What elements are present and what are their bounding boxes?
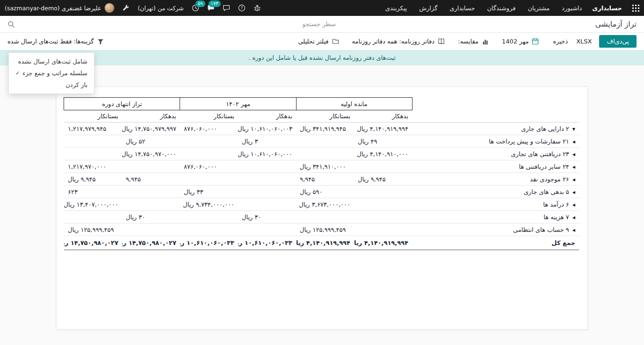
amount-cell: ۶۲۳	[64, 186, 122, 198]
funnel-icon	[97, 38, 104, 45]
amount-cell	[122, 160, 180, 173]
amount-cell: ۳ ریال	[238, 135, 296, 148]
wrench-icon	[123, 5, 130, 12]
amount-cell: ۴,۱۴۰,۹۱۹,۹۹۴ ریال	[296, 236, 354, 250]
svg-text:?: ?	[240, 6, 243, 10]
amount-cell: ۱۴,۷۵۰,۹۸۰,۰۲۷ ریال	[64, 236, 122, 250]
calendar-icon	[532, 38, 539, 45]
debit-header: بدهکار	[238, 110, 296, 122]
account-cell[interactable]: ◀۹ حساب های انتظامی	[412, 223, 579, 236]
amount-cell	[122, 223, 180, 236]
account-row: ◀۹ حساب های انتظامی۱۲۵,۹۹۹,۴۵۹ ریال۱۲۵,۹…	[64, 223, 579, 236]
discuss-button[interactable]	[223, 4, 230, 12]
question-circle-icon: ?	[238, 4, 246, 12]
tools-button[interactable]	[123, 5, 130, 12]
top-menu-item[interactable]: حسابداری	[449, 5, 475, 12]
amount-cell	[354, 223, 412, 236]
amount-cell: ۱۳,۴۰۷,۰۰۰,۰۰۰ ریال	[64, 198, 122, 211]
account-cell[interactable]: ◀۲۴ سایر دریافتنی ها	[412, 160, 579, 173]
amount-cell: ۱۴,۷۵۰,۹۷۰,۰۰۰ ریال	[122, 148, 180, 160]
caret-collapsed-icon: ◀	[572, 140, 575, 144]
amount-cell	[238, 223, 296, 236]
account-name: ۲۶ موجودی نقد	[530, 176, 569, 183]
top-menu: داشبوردمشتریانفروشندگانحسابداریگزارشپیکر…	[385, 5, 582, 12]
account-name: ۲۱ سفارشات و پیش پرداخت ها	[489, 138, 569, 145]
empty-header-cell	[412, 110, 579, 122]
save-button[interactable]: ذخیره	[552, 35, 569, 48]
options-filter-button[interactable]: گزینه‌ها: فقط ثبت‌های ارسال شده	[7, 38, 104, 45]
trial-balance-table: مانده اولیه مهر ۱۴۰۲ تراز انتهای دوره بد…	[64, 97, 579, 250]
amount-cell: ۳۴۱,۹۱۰,۰۰۰ ریال	[296, 160, 354, 173]
amount-cell: ۱۲۵,۹۹۹,۴۵۹ ریال	[64, 223, 122, 236]
amount-cell	[238, 160, 296, 173]
account-cell[interactable]: ◀۶ درآمد ها	[412, 198, 579, 211]
column-group-header-row: مانده اولیه مهر ۱۴۰۲ تراز انتهای دوره	[64, 98, 579, 110]
caret-collapsed-icon: ◀	[572, 228, 575, 232]
search-icon[interactable]	[7, 21, 15, 28]
top-navbar: حسابداری داشبوردمشتریانفروشندگانحسابداری…	[0, 0, 644, 16]
credit-header: بستانکار	[180, 110, 238, 122]
control-panel-top: تراز آزمایشی	[0, 16, 644, 33]
caret-collapsed-icon: ◀	[572, 152, 575, 157]
app-name[interactable]: حسابداری	[592, 5, 622, 12]
top-menu-item[interactable]: داشبورد	[562, 5, 582, 12]
amount-cell: ۳۰ ریال	[122, 211, 180, 223]
account-cell[interactable]: ▼۲ دارایی های جاری	[412, 122, 579, 135]
search-bar	[7, 17, 336, 31]
apps-menu-button[interactable]	[632, 5, 639, 12]
amount-cell: ۵۲ ریال	[122, 135, 180, 148]
credit-header: بستانکار	[296, 110, 354, 122]
account-cell[interactable]: ◀۲۱ سفارشات و پیش پرداخت ها	[412, 135, 579, 148]
pdf-button[interactable]: پی‌دی‌اف	[599, 35, 637, 48]
sub-header-row: بدهکار بستانکار بدهکار بستانکار بدهکار ب…	[64, 110, 579, 122]
top-menu-item[interactable]: گزارش	[419, 5, 437, 12]
dropdown-item[interactable]: سلسله مراتب و جمع جزء✓	[9, 67, 94, 79]
amount-cell	[122, 198, 180, 211]
folder-icon	[332, 38, 339, 45]
company-switcher[interactable]: شرکت من (تهران)	[137, 5, 183, 12]
xlsx-button[interactable]: XLSX	[575, 35, 593, 48]
bug-button[interactable]	[253, 4, 261, 12]
dropdown-item[interactable]: باز کردن	[9, 79, 94, 91]
date-filter-button[interactable]: مهر 1402	[502, 38, 539, 45]
amount-cell	[296, 148, 354, 160]
amount-cell	[238, 186, 296, 198]
date-filter-label: مهر 1402	[502, 38, 528, 45]
account-cell[interactable]: ◀۵ بدهی های جاری	[412, 186, 579, 198]
account-cell[interactable]: ◀۲۳ دریافتنی های تجاری	[412, 148, 579, 160]
account-row: ◀۲۴ سایر دریافتنی ها۳۴۱,۹۱۰,۰۰۰ ریال۸۷۶,…	[64, 160, 579, 173]
amount-cell: ۴,۱۴۰,۹۱۰,۰۰۰ ریال	[354, 148, 412, 160]
amount-cell: ۸۷۶,۰۶۰,۰۰۰	[180, 160, 238, 173]
analytic-filter-button[interactable]: فیلتر تحلیلی	[298, 38, 339, 45]
comparison-filter-button[interactable]: مقایسه:	[458, 38, 489, 45]
amount-cell	[354, 160, 412, 173]
account-cell[interactable]: ◀۲۶ موجودی نقد	[412, 173, 579, 186]
journals-filter-button[interactable]: دفاتر روزنامه: همه دفاتر روزنامه	[352, 38, 445, 45]
account-cell[interactable]: ◀۷ هزینه ها	[412, 211, 579, 223]
amount-cell: ۱۲۵,۹۹۹,۴۵۹ ریال	[296, 223, 354, 236]
column-group-period: مهر ۱۴۰۲	[180, 98, 296, 110]
search-input[interactable]	[20, 17, 336, 31]
dropdown-item[interactable]: شامل ثبت‌های ارسال نشده	[9, 56, 94, 67]
user-menu[interactable]: علیرضا غضنفری (sazmanyar-demo)	[5, 3, 115, 13]
amount-cell	[354, 198, 412, 211]
activity-badge: ۵۹	[195, 0, 205, 7]
analytic-filter-label: فیلتر تحلیلی	[298, 38, 329, 45]
help-button[interactable]: ?	[238, 4, 246, 12]
total-label-cell: جمع کل	[412, 236, 579, 250]
account-name: ۹ حساب های انتظامی	[513, 226, 569, 233]
amount-cell	[354, 211, 412, 223]
top-menu-item[interactable]: مشتریان	[528, 5, 550, 12]
journals-filter-label: دفاتر روزنامه: همه دفاتر روزنامه	[352, 38, 434, 45]
caret-collapsed-icon: ◀	[572, 203, 575, 207]
top-menu-item[interactable]: پیکربندی	[385, 5, 407, 12]
amount-cell: ۱۰,۶۱۰,۰۶۰,۰۰۰ ریال	[238, 148, 296, 160]
account-name: ۵ بدهی های جاری	[524, 188, 569, 195]
account-name: ۶ درآمد ها	[543, 201, 569, 208]
book-icon	[438, 38, 445, 45]
amount-cell: ۹,۹۴۵ ریال	[354, 173, 412, 186]
top-menu-item[interactable]: فروشندگان	[487, 5, 515, 12]
amount-cell	[296, 135, 354, 148]
activities-button[interactable]: ۵۹	[192, 4, 199, 12]
messages-button[interactable]: ۱۷۳	[207, 4, 215, 12]
